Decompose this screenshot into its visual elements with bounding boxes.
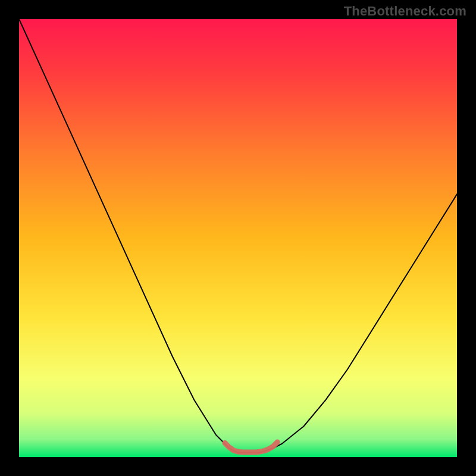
plot-area (19, 19, 457, 457)
plot-svg (19, 19, 457, 457)
chart-frame: TheBottleneck.com (0, 0, 476, 476)
watermark-text: TheBottleneck.com (344, 4, 466, 19)
gradient-background (19, 19, 457, 457)
